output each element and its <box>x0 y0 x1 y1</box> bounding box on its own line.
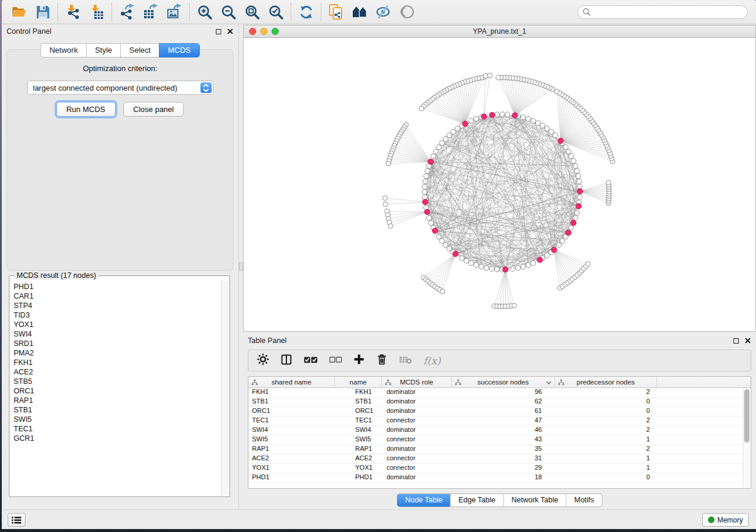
tab-style[interactable]: Style <box>86 43 120 57</box>
table-cell[interactable]: 2 <box>555 445 657 454</box>
tab-motifs[interactable]: Motifs <box>566 494 601 507</box>
table-row[interactable]: TEC1TEC1connector472 <box>248 416 742 426</box>
table-cell[interactable]: dominator <box>382 445 452 454</box>
table-row[interactable]: ORC1ORC1dominator610 <box>248 407 742 416</box>
optimization-criterion-select[interactable]: largest connected component (undirected) <box>27 81 213 95</box>
table-cell[interactable]: connector <box>382 435 452 444</box>
float-icon[interactable] <box>216 29 221 34</box>
export-network-icon[interactable] <box>117 3 136 21</box>
function-builder-icon[interactable]: f(x) <box>423 355 441 367</box>
window-close-icon[interactable] <box>249 28 256 35</box>
tab-network-table[interactable]: Network Table <box>503 494 566 507</box>
table-row[interactable]: SWI4SWI4dominator462 <box>248 426 742 435</box>
mcds-result-item[interactable]: SWI5 <box>14 415 221 424</box>
select-all-icon[interactable] <box>304 355 318 367</box>
tab-edge-table[interactable]: Edge Table <box>450 494 503 507</box>
table-cell[interactable]: YOX1 <box>248 464 335 473</box>
mcds-result-item[interactable]: PHD1 <box>14 282 221 291</box>
table-cell[interactable]: dominator <box>382 398 452 406</box>
table-cell[interactable]: ACE2 <box>335 454 382 463</box>
window-maximize-icon[interactable] <box>272 28 279 35</box>
column-header-successor-nodes[interactable]: successor nodes <box>452 377 555 387</box>
export-image-icon[interactable] <box>165 3 184 21</box>
table-cell[interactable]: 29 <box>452 464 555 473</box>
table-cell[interactable]: dominator <box>382 388 452 397</box>
delete-table-icon[interactable] <box>399 355 412 367</box>
table-row[interactable]: STB1STB1dominator620 <box>248 398 742 407</box>
show-details-icon[interactable] <box>398 3 417 21</box>
tab-network[interactable]: Network <box>40 43 86 57</box>
table-cell[interactable]: RAP1 <box>335 445 382 454</box>
column-header-shared-name[interactable]: shared name <box>248 377 335 387</box>
table-cell[interactable]: 2 <box>555 426 657 435</box>
hide-details-icon[interactable] <box>374 3 393 21</box>
mcds-result-item[interactable]: ACE2 <box>14 367 221 377</box>
splitter-handle-icon[interactable] <box>239 262 243 271</box>
mcds-scrollbar[interactable] <box>221 281 229 496</box>
table-row[interactable]: RAP1RAP1dominator352 <box>248 445 742 454</box>
mcds-result-item[interactable]: ORC1 <box>14 386 221 396</box>
mcds-result-item[interactable]: TID3 <box>14 310 221 320</box>
mcds-result-item[interactable]: YOX1 <box>14 320 221 329</box>
zoom-out-icon[interactable] <box>219 3 238 21</box>
mcds-result-item[interactable]: CAR1 <box>14 291 221 301</box>
zoom-in-icon[interactable] <box>195 3 214 21</box>
window-minimize-icon[interactable] <box>260 28 267 35</box>
table-cell[interactable]: dominator <box>382 473 452 482</box>
import-network-icon[interactable] <box>63 3 82 21</box>
table-cell[interactable]: connector <box>382 464 452 473</box>
mcds-result-item[interactable]: STP4 <box>14 301 221 310</box>
delete-row-icon[interactable] <box>376 354 388 368</box>
table-cell[interactable]: PHD1 <box>335 473 382 482</box>
table-cell[interactable]: 1 <box>555 435 657 444</box>
run-mcds-button[interactable]: Run MCDS <box>56 102 116 117</box>
table-cell[interactable]: ACE2 <box>248 454 335 463</box>
table-cell[interactable]: ORC1 <box>248 407 335 416</box>
table-cell[interactable]: TEC1 <box>248 416 335 425</box>
table-cell[interactable]: RAP1 <box>248 445 335 454</box>
new-network-from-selection-icon[interactable] <box>327 3 346 21</box>
mcds-result-list[interactable]: PHD1CAR1STP4TID3YOX1SWI4SRD1PMA2FKH1ACE2… <box>10 281 221 496</box>
table-cell[interactable]: dominator <box>382 407 452 416</box>
settings-gear-icon[interactable] <box>257 353 269 368</box>
table-cell[interactable]: 0 <box>555 407 657 416</box>
table-cell[interactable]: TEC1 <box>335 416 382 425</box>
table-cell[interactable]: 31 <box>452 454 555 463</box>
network-canvas[interactable] <box>244 38 755 331</box>
close-icon[interactable]: ✕ <box>227 28 234 34</box>
task-history-button[interactable] <box>8 513 25 527</box>
table-cell[interactable]: connector <box>382 416 452 425</box>
table-cell[interactable]: PHD1 <box>248 473 335 482</box>
open-file-icon[interactable] <box>9 3 28 21</box>
tab-node-table[interactable]: Node Table <box>397 494 450 507</box>
table-cell[interactable]: 62 <box>452 398 555 406</box>
table-cell[interactable]: 35 <box>452 445 555 454</box>
table-cell[interactable]: FKH1 <box>248 388 335 397</box>
deselect-all-icon[interactable] <box>329 355 342 366</box>
show-columns-icon[interactable] <box>280 354 292 368</box>
table-cell[interactable]: 18 <box>452 473 555 482</box>
first-neighbors-icon[interactable] <box>350 3 369 21</box>
add-row-icon[interactable] <box>353 354 365 367</box>
table-row[interactable]: FKH1FKH1dominator962 <box>248 388 742 398</box>
table-cell[interactable]: 0 <box>555 473 657 482</box>
table-cell[interactable]: YOX1 <box>335 464 382 473</box>
table-cell[interactable]: STB1 <box>335 398 382 406</box>
import-table-icon[interactable] <box>87 3 106 21</box>
table-cell[interactable]: 96 <box>452 388 555 397</box>
mcds-result-item[interactable]: SRD1 <box>14 339 221 348</box>
table-cell[interactable]: dominator <box>382 426 452 435</box>
column-header-name[interactable]: name <box>335 377 382 387</box>
table-cell[interactable]: ORC1 <box>335 407 382 416</box>
close-icon[interactable]: ✕ <box>744 338 751 344</box>
table-row[interactable]: SWI5SWI5connector431 <box>248 435 742 445</box>
mcds-result-item[interactable]: PMA2 <box>14 348 221 358</box>
table-cell[interactable]: FKH1 <box>335 388 382 397</box>
save-icon[interactable] <box>33 3 52 21</box>
mcds-result-item[interactable]: STB1 <box>14 405 221 415</box>
column-header-mcds-role[interactable]: MCDS role <box>382 377 452 387</box>
scrollbar-thumb[interactable] <box>744 389 749 443</box>
mcds-result-item[interactable]: FKH1 <box>14 358 221 367</box>
table-scrollbar[interactable] <box>743 389 750 488</box>
mcds-result-item[interactable]: RAP1 <box>14 396 221 405</box>
